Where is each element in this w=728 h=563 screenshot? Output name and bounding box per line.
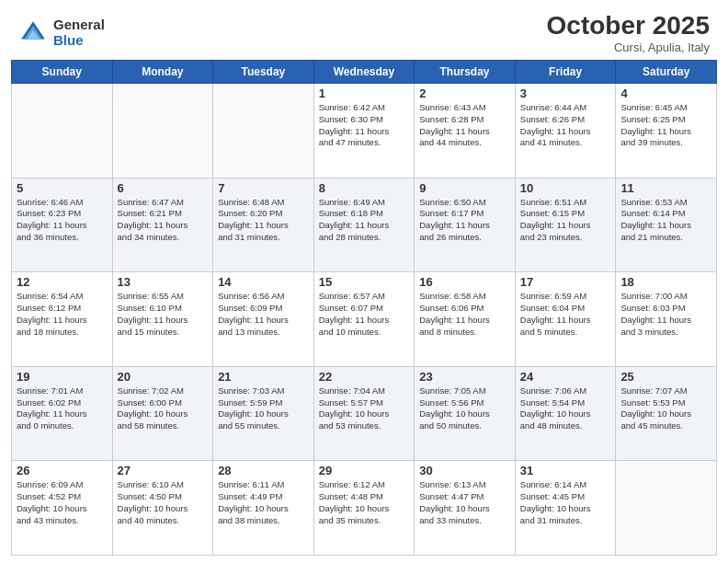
logo: General Blue	[18, 17, 105, 48]
day-info: Sunrise: 7:06 AM Sunset: 5:54 PM Dayligh…	[520, 385, 611, 432]
weekday-header-thursday: Thursday	[415, 61, 516, 84]
day-number: 25	[620, 370, 711, 384]
day-cell-17: 17Sunrise: 6:59 AM Sunset: 6:04 PM Dayli…	[515, 272, 616, 367]
day-number: 21	[218, 370, 309, 384]
day-info: Sunrise: 7:03 AM Sunset: 5:59 PM Dayligh…	[218, 385, 309, 432]
day-info: Sunrise: 6:57 AM Sunset: 6:07 PM Dayligh…	[319, 291, 410, 338]
day-cell-12: 12Sunrise: 6:54 AM Sunset: 6:12 PM Dayli…	[12, 272, 113, 367]
day-info: Sunrise: 6:45 AM Sunset: 6:25 PM Dayligh…	[620, 102, 711, 149]
day-number: 18	[620, 275, 711, 289]
day-cell-5: 5Sunrise: 6:46 AM Sunset: 6:23 PM Daylig…	[12, 178, 113, 272]
day-info: Sunrise: 7:04 AM Sunset: 5:57 PM Dayligh…	[319, 385, 410, 432]
week-row-3: 12Sunrise: 6:54 AM Sunset: 6:12 PM Dayli…	[12, 272, 717, 367]
day-info: Sunrise: 7:05 AM Sunset: 5:56 PM Dayligh…	[419, 385, 510, 432]
day-info: Sunrise: 6:55 AM Sunset: 6:10 PM Dayligh…	[118, 291, 209, 338]
day-cell-8: 8Sunrise: 6:49 AM Sunset: 6:18 PM Daylig…	[313, 178, 415, 272]
day-number: 24	[520, 370, 611, 384]
day-info: Sunrise: 6:49 AM Sunset: 6:18 PM Dayligh…	[319, 197, 410, 244]
logo-text: General Blue	[53, 17, 105, 48]
day-info: Sunrise: 6:54 AM Sunset: 6:12 PM Dayligh…	[17, 291, 108, 338]
day-cell-11: 11Sunrise: 6:53 AM Sunset: 6:14 PM Dayli…	[616, 178, 717, 272]
day-info: Sunrise: 6:47 AM Sunset: 6:21 PM Dayligh…	[118, 197, 209, 244]
weekday-header-friday: Friday	[515, 61, 616, 84]
day-cell-25: 25Sunrise: 7:07 AM Sunset: 5:53 PM Dayli…	[616, 366, 717, 461]
day-info: Sunrise: 6:14 AM Sunset: 4:45 PM Dayligh…	[520, 479, 611, 526]
day-cell-24: 24Sunrise: 7:06 AM Sunset: 5:54 PM Dayli…	[515, 366, 616, 461]
day-cell-1: 1Sunrise: 6:42 AM Sunset: 6:30 PM Daylig…	[313, 84, 415, 178]
day-info: Sunrise: 6:50 AM Sunset: 6:17 PM Dayligh…	[419, 197, 510, 244]
month-title: October 2025	[547, 11, 710, 40]
day-info: Sunrise: 6:53 AM Sunset: 6:14 PM Dayligh…	[620, 197, 711, 244]
day-number: 7	[218, 181, 309, 195]
day-number: 14	[218, 275, 309, 289]
day-cell-14: 14Sunrise: 6:56 AM Sunset: 6:09 PM Dayli…	[213, 272, 314, 367]
day-number: 4	[620, 86, 711, 100]
day-number: 11	[620, 181, 711, 195]
day-number: 20	[118, 370, 209, 384]
day-number: 12	[17, 275, 108, 289]
day-info: Sunrise: 6:11 AM Sunset: 4:49 PM Dayligh…	[218, 479, 309, 526]
day-info: Sunrise: 6:13 AM Sunset: 4:47 PM Dayligh…	[419, 479, 510, 526]
day-cell-empty-0-0	[12, 84, 113, 178]
day-number: 3	[520, 86, 611, 100]
day-number: 13	[118, 275, 209, 289]
header: General Blue October 2025 Cursi, Apulia,…	[0, 0, 728, 60]
logo-icon	[18, 18, 48, 48]
day-cell-20: 20Sunrise: 7:02 AM Sunset: 6:00 PM Dayli…	[112, 366, 213, 461]
weekday-header-row: SundayMondayTuesdayWednesdayThursdayFrid…	[12, 61, 717, 84]
day-info: Sunrise: 6:48 AM Sunset: 6:20 PM Dayligh…	[218, 197, 309, 244]
day-number: 30	[419, 464, 510, 477]
day-cell-empty-4-6	[616, 461, 717, 556]
day-info: Sunrise: 6:42 AM Sunset: 6:30 PM Dayligh…	[319, 102, 410, 149]
day-number: 8	[319, 181, 410, 195]
day-cell-26: 26Sunrise: 6:09 AM Sunset: 4:52 PM Dayli…	[12, 461, 113, 556]
day-cell-28: 28Sunrise: 6:11 AM Sunset: 4:49 PM Dayli…	[213, 461, 314, 556]
day-number: 28	[218, 464, 309, 477]
day-number: 2	[419, 86, 510, 100]
day-number: 16	[419, 275, 510, 289]
day-number: 31	[520, 464, 611, 477]
week-row-2: 5Sunrise: 6:46 AM Sunset: 6:23 PM Daylig…	[12, 178, 717, 272]
day-cell-4: 4Sunrise: 6:45 AM Sunset: 6:25 PM Daylig…	[616, 84, 717, 178]
day-number: 22	[319, 370, 410, 384]
day-info: Sunrise: 6:12 AM Sunset: 4:48 PM Dayligh…	[319, 479, 410, 526]
weekday-header-wednesday: Wednesday	[313, 61, 415, 84]
day-number: 26	[17, 464, 108, 477]
day-info: Sunrise: 7:00 AM Sunset: 6:03 PM Dayligh…	[620, 291, 711, 338]
day-info: Sunrise: 6:10 AM Sunset: 4:50 PM Dayligh…	[118, 479, 209, 526]
day-info: Sunrise: 6:44 AM Sunset: 6:26 PM Dayligh…	[520, 102, 611, 149]
day-cell-23: 23Sunrise: 7:05 AM Sunset: 5:56 PM Dayli…	[415, 366, 516, 461]
day-number: 29	[319, 464, 410, 477]
day-info: Sunrise: 6:59 AM Sunset: 6:04 PM Dayligh…	[520, 291, 611, 338]
week-row-5: 26Sunrise: 6:09 AM Sunset: 4:52 PM Dayli…	[12, 461, 717, 556]
day-cell-31: 31Sunrise: 6:14 AM Sunset: 4:45 PM Dayli…	[515, 461, 616, 556]
day-cell-empty-0-1	[112, 84, 213, 178]
day-info: Sunrise: 6:51 AM Sunset: 6:15 PM Dayligh…	[520, 197, 611, 244]
day-cell-27: 27Sunrise: 6:10 AM Sunset: 4:50 PM Dayli…	[112, 461, 213, 556]
day-cell-2: 2Sunrise: 6:43 AM Sunset: 6:28 PM Daylig…	[415, 84, 516, 178]
day-number: 23	[419, 370, 510, 384]
day-info: Sunrise: 7:07 AM Sunset: 5:53 PM Dayligh…	[620, 385, 711, 432]
day-cell-15: 15Sunrise: 6:57 AM Sunset: 6:07 PM Dayli…	[313, 272, 415, 367]
day-cell-13: 13Sunrise: 6:55 AM Sunset: 6:10 PM Dayli…	[112, 272, 213, 367]
day-cell-21: 21Sunrise: 7:03 AM Sunset: 5:59 PM Dayli…	[213, 366, 314, 461]
day-number: 15	[319, 275, 410, 289]
day-info: Sunrise: 7:02 AM Sunset: 6:00 PM Dayligh…	[118, 385, 209, 432]
page: General Blue October 2025 Cursi, Apulia,…	[0, 0, 728, 563]
day-number: 6	[118, 181, 209, 195]
day-number: 19	[17, 370, 108, 384]
day-number: 10	[520, 181, 611, 195]
day-cell-29: 29Sunrise: 6:12 AM Sunset: 4:48 PM Dayli…	[313, 461, 415, 556]
weekday-header-monday: Monday	[112, 61, 213, 84]
day-cell-empty-0-2	[213, 84, 314, 178]
logo-general-label: General	[53, 17, 105, 33]
week-row-4: 19Sunrise: 7:01 AM Sunset: 6:02 PM Dayli…	[12, 366, 717, 461]
day-cell-19: 19Sunrise: 7:01 AM Sunset: 6:02 PM Dayli…	[12, 366, 113, 461]
day-cell-9: 9Sunrise: 6:50 AM Sunset: 6:17 PM Daylig…	[415, 178, 516, 272]
weekday-header-saturday: Saturday	[616, 61, 717, 84]
day-cell-18: 18Sunrise: 7:00 AM Sunset: 6:03 PM Dayli…	[616, 272, 717, 367]
day-cell-10: 10Sunrise: 6:51 AM Sunset: 6:15 PM Dayli…	[515, 178, 616, 272]
day-info: Sunrise: 6:58 AM Sunset: 6:06 PM Dayligh…	[419, 291, 510, 338]
weekday-header-sunday: Sunday	[12, 61, 113, 84]
weekday-header-tuesday: Tuesday	[213, 61, 314, 84]
